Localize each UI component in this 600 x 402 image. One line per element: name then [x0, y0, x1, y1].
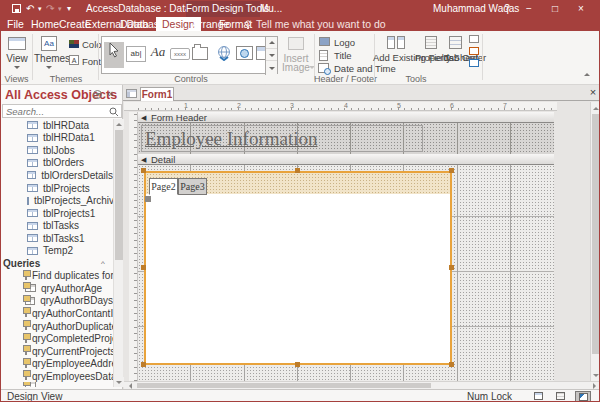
form-header-section-bar[interactable]: ◀ Form Header — [138, 112, 554, 123]
query-icon — [25, 272, 27, 280]
form-title-label[interactable]: Employee Information — [141, 125, 423, 152]
nav-item-query[interactable]: qryAuthorAge — [1, 282, 113, 295]
text-box-tool[interactable]: ab| — [126, 46, 146, 62]
save-icon[interactable] — [12, 4, 21, 13]
tab-control[interactable]: Page2 Page3 — [144, 171, 452, 365]
close-button[interactable]: × — [573, 1, 589, 17]
tell-me-box[interactable]: Tell me what you want to do — [244, 17, 386, 31]
nav-item-table[interactable]: tblHRData — [1, 119, 113, 132]
view-code-icon[interactable] — [469, 59, 479, 67]
nav-scroll-thumb[interactable] — [115, 130, 123, 260]
collapse-ribbon-button[interactable] — [584, 73, 593, 79]
nav-item-query[interactable]: qryAuthorDuplicates — [1, 320, 113, 333]
vertical-scrollbar[interactable] — [590, 102, 600, 381]
gallery-scroll-down[interactable] — [266, 49, 277, 61]
nav-item-query[interactable]: Find duplicates for tblAuthors — [1, 270, 113, 283]
nav-item-query[interactable]: qryAuthorContantInfo — [1, 307, 113, 320]
move-handle[interactable] — [145, 196, 151, 202]
page3-tab[interactable]: Page3 — [178, 178, 207, 195]
tab-control-tool[interactable] — [192, 47, 212, 73]
add-fields-icon — [387, 36, 395, 49]
selection-handle[interactable] — [141, 168, 146, 173]
document-close-icon[interactable]: × — [587, 86, 599, 98]
minimize-button[interactable]: − — [521, 1, 537, 17]
nav-item-table[interactable]: tblProjects — [1, 182, 113, 195]
nav-scroll-down[interactable] — [114, 377, 124, 387]
scroll-thumb[interactable] — [592, 114, 600, 354]
tab-control-page-body[interactable] — [146, 194, 450, 363]
nav-item-table[interactable]: tblOrders — [1, 157, 113, 170]
web-browser-control-tool[interactable] — [236, 46, 256, 72]
undo-icon[interactable]: ↶ — [26, 1, 34, 17]
themes-icon: Aa — [41, 36, 57, 51]
nav-item-table[interactable]: tblJobs — [1, 144, 113, 157]
pointer-icon — [108, 42, 120, 58]
vertical-ruler[interactable] — [129, 112, 138, 381]
nav-item-query[interactable]: qryCompletedProjects — [1, 332, 113, 345]
nav-item-table[interactable]: tblProjects1 — [1, 207, 113, 220]
nav-item-table[interactable]: tblTasks — [1, 219, 113, 232]
search-box[interactable] — [2, 104, 122, 118]
nav-item-query[interactable]: qryAuthorBDays — [1, 295, 113, 308]
numlock-indicator: Num Lock — [467, 391, 512, 402]
selection-handle[interactable] — [141, 362, 146, 367]
form-header-grid[interactable]: Employee Information — [138, 123, 554, 154]
nav-item-table[interactable]: tblOrdersDetails — [1, 169, 113, 182]
selection-handle[interactable] — [295, 362, 300, 367]
ruler-number: 1 — [184, 102, 188, 109]
status-view-label: Design View — [7, 391, 62, 402]
nav-item-table[interactable]: tblTasks1 — [1, 232, 113, 245]
gallery-scroll-up[interactable] — [266, 37, 277, 49]
help-button[interactable]: ? — [499, 1, 515, 17]
design-view-button[interactable] — [575, 391, 591, 402]
form-view-button[interactable] — [531, 391, 547, 402]
selection-handle[interactable] — [449, 265, 454, 270]
nav-scroll-up[interactable] — [114, 119, 124, 129]
nav-item-table[interactable]: tblHRData1 — [1, 132, 113, 145]
nav-item-query[interactable]: qryCurrentProjects — [1, 345, 113, 358]
shutter-close-icon[interactable]: « — [107, 87, 113, 99]
detail-section-bar[interactable]: ◀ Detail — [138, 154, 554, 165]
nav-group-queries[interactable]: Queries^ — [1, 257, 113, 270]
selection-handle[interactable] — [295, 168, 300, 173]
nav-item-table[interactable]: tblProjects_Archive — [1, 194, 113, 207]
insert-image-icon — [288, 37, 304, 50]
nav-menu-icon[interactable] — [93, 90, 102, 99]
label-tool[interactable]: Aa — [148, 44, 168, 70]
selection-handle[interactable] — [449, 168, 454, 173]
scroll-down[interactable] — [591, 370, 600, 380]
select-pointer-tool[interactable] — [104, 42, 124, 68]
group-separator — [98, 34, 99, 80]
subform-new-window-icon[interactable] — [469, 35, 479, 43]
convert-macros-icon[interactable] — [469, 47, 479, 55]
nav-item-query-partial[interactable] — [1, 382, 113, 387]
selection-handle[interactable] — [141, 265, 146, 270]
scroll-thumb[interactable] — [137, 383, 431, 388]
undo-dropdown-icon[interactable]: ▾ — [38, 1, 42, 17]
document-tab-form1[interactable]: Form1 — [140, 87, 174, 101]
query-icon — [25, 309, 27, 317]
horizontal-scrollbar[interactable] — [124, 381, 600, 389]
nav-item-table[interactable]: Temp2 — [1, 244, 113, 257]
status-bar: Design View Num Lock — [1, 389, 599, 402]
search-input[interactable] — [6, 105, 104, 117]
group-collapse-icon[interactable]: ^ — [101, 259, 105, 268]
group-separator — [482, 34, 483, 80]
nav-item-query[interactable]: qryEmployeeAddresses — [1, 357, 113, 370]
search-icon[interactable] — [109, 107, 119, 117]
nav-scrollbar[interactable] — [113, 119, 123, 387]
scroll-up[interactable] — [591, 103, 600, 113]
form-view-icon — [8, 37, 26, 50]
hyperlink-tool[interactable] — [214, 45, 234, 71]
qat-customize-icon[interactable]: ▾ — [67, 1, 71, 17]
datasheet-view-button[interactable] — [553, 391, 569, 402]
page2-tab[interactable]: Page2 — [149, 178, 178, 195]
button-tool[interactable]: xxxx — [170, 48, 190, 60]
text-box-icon: ab| — [131, 49, 142, 58]
button-icon: xxxx — [174, 51, 186, 57]
maximize-button[interactable]: □ — [547, 1, 563, 17]
horizontal-ruler[interactable]: 1 2 3 4 5 6 7 — [138, 102, 557, 111]
nav-item-query[interactable]: qryEmployeesData — [1, 370, 113, 383]
gallery-more-button[interactable] — [266, 61, 277, 73]
selection-handle[interactable] — [449, 362, 454, 367]
